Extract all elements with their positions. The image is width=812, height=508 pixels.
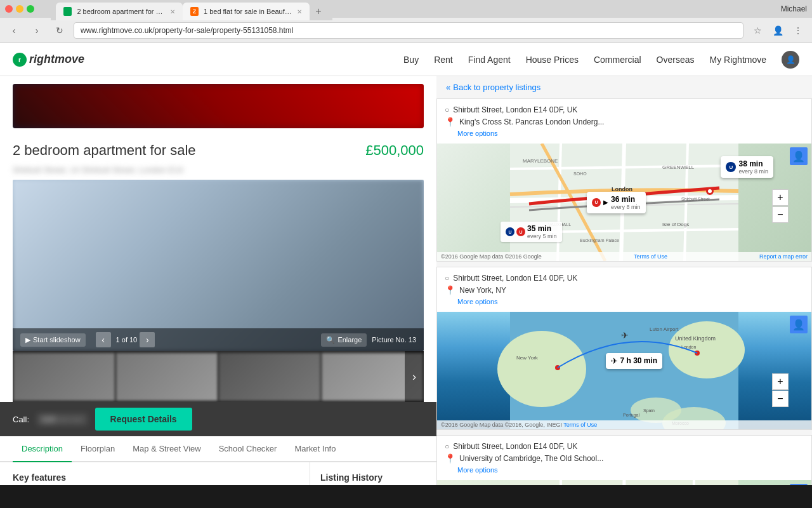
flight-more-options[interactable]: More options [445,298,804,305]
thumbnail-2[interactable] [116,353,218,401]
circle-icon-3: ○ [445,442,449,451]
svg-text:SOHO: SOHO [573,171,587,176]
browser-chrome: 2 bedroom apartment for sale ✕ Z 1 bed f… [0,0,812,43]
tube-icon-2: U [592,198,601,207]
map-card-flight: ○ Shirbutt Street, London E14 0DF, UK 📍 … [436,267,812,430]
address-bar[interactable]: www.rightmove.co.uk/property-for-sale/pr… [74,22,743,39]
next-image-button[interactable]: › [140,332,155,347]
browser-tab-1[interactable]: 2 bedroom apartment for sale ✕ [56,3,183,20]
duration-badge-1: U 38 min every 8 min [721,156,773,178]
nav-overseas[interactable]: Overseas [657,55,695,65]
map-card-transit-header: ○ Shirbutt Street, London E14 0DF, UK 📍 … [437,99,811,144]
map-terms-1[interactable]: Terms of Use [634,253,667,260]
zoom-out-2[interactable]: − [772,391,789,407]
tab-description[interactable]: Description [13,436,72,462]
map-card-cambridge: ○ Shirbutt Street, London E14 0DF, UK 📍 … [436,435,812,485]
browser-tab-2[interactable]: Z 1 bed flat for sale in Beaufort... ✕ [183,3,310,20]
refresh-button[interactable]: ↻ [51,22,69,39]
tab-label-1: 2 bedroom apartment for sale [77,8,165,15]
nav-house-prices[interactable]: House Prices [526,55,579,65]
menu-button[interactable]: ⋮ [789,22,807,39]
map-footer-2: ©2016 Google Map data ©2016, Google, INE… [437,420,811,429]
traffic-lights [5,5,34,13]
flight-duration-text: 7 h 30 min [620,356,658,365]
map-card-transit: ○ Shirbutt Street, London E14 0DF, UK 📍 … [436,98,812,262]
image-navigation: ‹ 1 of 10 › [96,332,155,347]
svg-text:✈: ✈ [621,330,629,340]
arrow-icon: ▶ [603,199,608,206]
call-label: Call: [13,415,29,424]
site-logo[interactable]: r rightmove [13,53,84,67]
picture-number: Picture No. 13 [372,336,416,344]
map-user-icon-2[interactable]: 👤 [790,316,808,333]
zoom-in-2[interactable]: + [772,373,789,390]
map-user-icon-3[interactable]: 👤 [790,484,808,485]
pin-icon: 📍 [445,117,455,127]
nav-commercial[interactable]: Commercial [594,55,641,65]
flight-map-svg: United Kingdom London New York ✈ Luton A… [437,312,811,429]
pin-icon-2: 📍 [445,285,455,295]
slideshow-button[interactable]: ▶ Start slideshow [20,333,86,347]
account-button[interactable]: 👤 [769,22,787,39]
duration-badge-2: U ▶ 36 min every 8 min [587,192,646,213]
cambridge-map-image: University of Cambridge London Colcheste… [437,480,811,485]
tab-market-info[interactable]: Market Info [285,436,344,462]
tab-floorplan[interactable]: Floorplan [72,436,124,462]
nav-rent[interactable]: Rent [434,55,453,65]
tab-school-checker[interactable]: School Checker [210,436,286,462]
transit-to-text: King's Cross St. Pancras London Underg..… [459,117,604,126]
nav-buy[interactable]: Buy [403,55,419,65]
minimize-button[interactable] [16,5,23,13]
map-card-cambridge-header: ○ Shirbutt Street, London E14 0DF, UK 📍 … [437,436,811,480]
back-button[interactable]: ‹ [5,22,23,39]
prev-image-button[interactable]: ‹ [96,332,111,347]
back-link-text: Back to property listings [453,83,540,92]
duration-text-1: 38 min every 8 min [738,159,768,175]
property-image-area: ▶ Start slideshow ‹ 1 of 10 › 🔍 Enlarge [13,180,424,402]
transit-to: 📍 King's Cross St. Pancras London Underg… [445,117,804,127]
back-to-listings[interactable]: « Back to property listings [436,76,812,98]
bookmark-button[interactable]: ☆ [749,22,766,39]
map-footer-1: ©2016 Google Map data ©2016 Google Terms… [437,252,811,261]
tube-icon-3: U [506,227,514,236]
flight-to: 📍 New York, NY [445,285,804,295]
transit-more-options[interactable]: More options [445,130,804,137]
enlarge-button[interactable]: 🔍 Enlarge [321,333,367,347]
cambridge-map-svg: University of Cambridge London Colcheste… [437,480,811,485]
property-price: £500,000 [365,142,424,159]
tab-favicon-rightmove [63,7,72,16]
zoom-in-1[interactable]: + [772,189,789,206]
close-button[interactable] [5,5,13,13]
forward-button[interactable]: › [28,22,46,39]
tab-label-2: 1 bed flat for sale in Beaufort... [204,8,292,15]
thumbnail-1[interactable] [13,353,115,401]
maximize-button[interactable] [27,5,34,13]
tab-map-street-view[interactable]: Map & Street View [124,436,209,462]
nav-find-agent[interactable]: Find Agent [468,55,511,65]
left-column: 2 bedroom apartment for sale £500,000 Sh… [0,76,436,485]
new-tab-button[interactable]: + [310,3,327,20]
flight-from: ○ Shirbutt Street, London E14 0DF, UK [445,274,804,283]
map-zoom-1: + − [772,189,789,223]
circle-icon-2: ○ [445,274,449,283]
thumbnail-3[interactable] [219,353,320,401]
tab-close-1[interactable]: ✕ [170,8,175,15]
browser-toolbar: ‹ › ↻ www.rightmove.co.uk/property-for-s… [0,18,812,43]
flight-from-text: Shirbutt Street, London E14 0DF, UK [453,274,577,283]
nav-my-rightmove[interactable]: My Rightmove [710,55,766,65]
zoom-out-1[interactable]: − [772,206,789,223]
svg-point-19 [708,189,712,193]
thumbnail-arrow[interactable]: › [405,351,424,402]
user-avatar[interactable]: 👤 [782,51,799,69]
tab-close-2[interactable]: ✕ [297,8,302,15]
svg-text:r: r [18,57,21,64]
map-terms-2[interactable]: Terms of Use [563,422,597,428]
listing-history-column: Listing History Added on Rightmove: 14 J… [310,462,424,485]
svg-point-33 [631,398,681,423]
cambridge-more-options[interactable]: More options [445,466,804,474]
flight-to-text: New York, NY [459,286,506,295]
svg-point-22 [669,321,745,378]
map-report-1[interactable]: Report a map error [759,253,808,260]
map-user-icon-1[interactable]: 👤 [790,147,808,165]
request-details-button[interactable]: Request Details [95,408,192,431]
